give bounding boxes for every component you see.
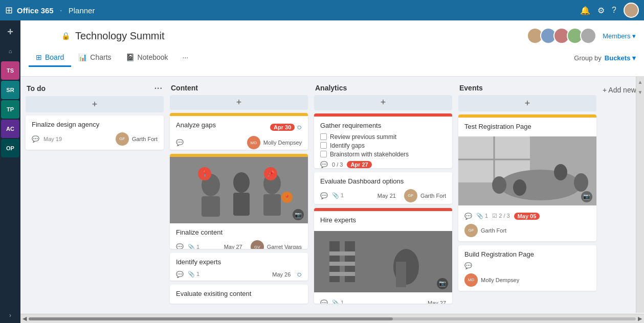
svg-rect-6 — [263, 194, 281, 216]
notebook-tab-label: Notebook — [138, 53, 168, 61]
tab-board[interactable]: ⊞ Board — [29, 49, 71, 67]
sidebar-item-ts[interactable]: TS — [1, 61, 19, 80]
bucket-content-header: Content — [170, 82, 308, 95]
group-by-area: Group by Buckets ▾ — [574, 54, 636, 62]
card-title: Identify experts — [176, 258, 302, 267]
user-avatar[interactable] — [624, 3, 639, 18]
bucket-todo-add[interactable]: + — [26, 96, 164, 112]
assignee-avatar: GF — [464, 224, 478, 237]
svg-rect-10 — [329, 251, 355, 256]
tab-notebook[interactable]: 📓 Notebook — [119, 49, 175, 67]
progress-text: 2 / 3 — [499, 213, 509, 219]
svg-point-21 — [554, 164, 567, 180]
members-button[interactable]: Members ▾ — [603, 32, 636, 40]
sidebar-add-button[interactable]: + — [1, 22, 19, 41]
scroll-up-arrow[interactable]: ▲ — [636, 77, 644, 87]
charts-tab-label: Charts — [90, 53, 111, 61]
checklist-item-2: Identify gaps — [320, 142, 446, 149]
bucket-todo-header: To do ··· — [26, 82, 164, 96]
settings-icon[interactable]: ⚙ — [597, 6, 605, 15]
bottom-scrollbar[interactable]: ◀ ▶ — [20, 314, 644, 323]
assignee-avatar: GF — [404, 189, 417, 202]
svg-rect-4 — [233, 193, 250, 216]
comment-icon: 💬 — [320, 161, 328, 168]
bucket-events-title: Events — [459, 84, 483, 92]
card-badge-late: Apr 30 — [270, 124, 295, 131]
card-finalize-design[interactable]: Finalize design agency 💬 May 19 GF Garth… — [26, 116, 164, 150]
comment-icon: 💬 — [176, 243, 184, 249]
checkbox-2[interactable] — [320, 142, 327, 149]
sidebar-item-tp[interactable]: TP — [1, 100, 19, 119]
group-by-value[interactable]: Buckets ▾ — [605, 54, 636, 62]
notification-icon[interactable]: 🔔 — [580, 6, 590, 15]
card-analyze-gaps[interactable]: Analyze gaps Apr 30 ○ 💬 MD Molly Dempsey — [170, 113, 308, 150]
card-title: Evaluate Dashboard options — [320, 177, 446, 186]
sidebar-expand[interactable]: › — [9, 312, 11, 319]
bucket-todo-title: To do — [27, 84, 46, 93]
comment-icon: 💬 — [320, 192, 328, 199]
sidebar-home-icon[interactable]: ⌂ — [1, 42, 19, 60]
card-image-meeting: 📷 — [458, 136, 596, 205]
assignee-name: Garret Vargas — [267, 244, 302, 249]
card-checklist: Review previous summit Identify gaps Bra… — [320, 133, 446, 158]
scroll-right-arrow[interactable]: ▶ — [638, 315, 642, 322]
card-test-registration[interactable]: Test Registration Page 📷 — [458, 114, 596, 241]
checkbox-1[interactable] — [320, 133, 327, 140]
comment-icon: 💬 — [464, 262, 472, 269]
card-build-registration[interactable]: Build Registration Page 💬 MD Molly Demps… — [458, 245, 596, 291]
attachment-icon: 📎 1 — [332, 192, 344, 199]
bucket-analytics-title: Analytics — [315, 84, 347, 92]
assignee-avatar: MD — [247, 136, 260, 149]
bucket-todo: To do ··· + Finalize design agency 💬 May… — [26, 82, 164, 308]
assignee-name: Garth Fort — [132, 136, 158, 142]
bucket-content: Content + Analyze gaps Apr 30 ○ 💬 MD — [170, 82, 308, 308]
card-badge-date: Apr 27 — [347, 161, 371, 168]
assignee-name: Molly Dempsey — [481, 277, 519, 283]
tab-charts[interactable]: 📊 Charts — [71, 49, 118, 67]
right-scrollbar[interactable]: ▲ ▼ — [636, 77, 644, 313]
comment-icon: 💬 — [32, 135, 39, 143]
bucket-content-add[interactable]: + — [170, 95, 308, 110]
board-tab-icon: ⊞ — [36, 53, 42, 61]
sidebar-item-op[interactable]: OP — [1, 139, 19, 157]
help-icon[interactable]: ? — [612, 6, 616, 15]
scroll-down-arrow[interactable]: ▼ — [636, 87, 644, 97]
sidebar-item-ac[interactable]: AC — [1, 120, 19, 138]
lock-icon: 🔒 — [61, 32, 70, 40]
bucket-todo-more[interactable]: ··· — [154, 84, 163, 93]
circle-status-icon: ○ — [297, 270, 302, 279]
plan-header: 🔒 Technology Summit Members ▾ — [20, 20, 644, 46]
svg-rect-14 — [396, 262, 406, 287]
assignee-avatar: GF — [116, 132, 129, 146]
card-evaluate-dashboard[interactable]: Evaluate Dashboard options 💬 📎 1 May 21 … — [314, 172, 452, 204]
card-date: May 19 — [43, 136, 62, 142]
card-date: May 26 — [272, 271, 291, 278]
card-evaluate-existing[interactable]: Evaluate exisiting content — [170, 285, 308, 304]
plan-nav: ⊞ Board 📊 Charts 📓 Notebook ··· Group by… — [20, 46, 644, 70]
card-date: May 27 — [224, 244, 242, 249]
svg-rect-11 — [329, 262, 355, 266]
scroll-left-arrow[interactable]: ◀ — [23, 315, 27, 322]
bucket-events-header: Events — [458, 82, 596, 95]
attachment-icon: 📎 1 — [188, 244, 199, 249]
card-title: Evaluate exisiting content — [176, 290, 302, 298]
card-title: Test Registration Page — [458, 118, 596, 133]
office365-label: Office 365 — [17, 6, 54, 15]
sidebar-item-sr[interactable]: SR — [1, 81, 19, 99]
comment-icon: 💬 — [320, 299, 328, 304]
bucket-analytics-add[interactable]: + — [314, 95, 452, 110]
assignee-name: Garth Fort — [481, 227, 506, 234]
board-area: To do ··· + Finalize design agency 💬 May… — [20, 77, 644, 313]
bucket-events-add[interactable]: + — [458, 95, 596, 111]
waffle-icon[interactable]: ⊞ — [5, 5, 13, 16]
checkbox-3[interactable] — [320, 151, 327, 157]
sidebar: + ⌂ TS SR TP AC OP › — [0, 20, 20, 323]
card-finalize-content[interactable]: 📍 📌 📍 📷 Finalize content 💬 📎 1 May 27 GV… — [170, 154, 308, 248]
tab-more[interactable]: ··· — [175, 49, 196, 67]
checklist-item-1: Review previous summit — [320, 133, 446, 141]
checklist-label-3: Brainstorm with stakeholders — [330, 151, 409, 158]
assignee-name: Molly Dempsey — [263, 140, 302, 146]
card-identify-experts[interactable]: Identify experts 💬 📎 1 May 26 ○ — [170, 253, 308, 281]
card-gather-requirements[interactable]: Gather requirements Review previous summ… — [314, 113, 452, 168]
card-hire-experts[interactable]: Hire experts 📷 💬 📎 1 — [314, 208, 452, 304]
